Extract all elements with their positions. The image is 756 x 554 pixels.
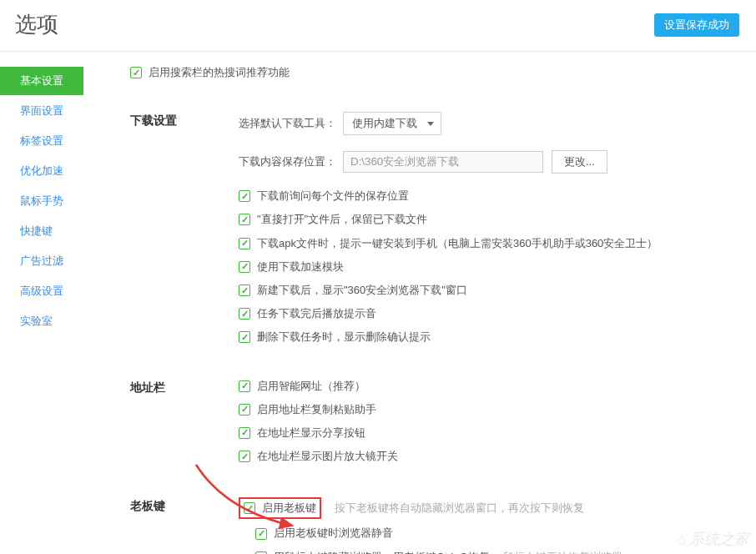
download-check-6-label: 删除下载任务时，显示删除确认提示 [257, 330, 431, 345]
download-check-3[interactable] [239, 261, 250, 273]
boss-enable-checkbox[interactable] [244, 502, 255, 514]
address-section-title: 地址栏 [130, 379, 239, 473]
download-check-2-label: 下载apk文件时，提示一键安装到手机（电脑上需安装360手机助手或360安全卫士… [257, 236, 658, 251]
sidebar-item-optimize[interactable]: 优化加速 [0, 157, 83, 185]
content-area: 启用搜索栏的热搜词推荐功能 下载设置 选择默认下载工具： 使用内建下载 下载内容… [83, 52, 756, 554]
boss-middle-label: 用鼠标中键隐藏浏览器，用老板键Ctrl+Q恢复 [274, 550, 490, 554]
boss-section-title: 老板键 [130, 497, 239, 554]
watermark: ⌂系统之家 [677, 529, 749, 549]
sidebar-item-basic[interactable]: 基本设置 [0, 67, 83, 95]
boss-middle-hint: 鼠标中键无法恢复浏览器 [503, 550, 622, 554]
address-check-1-label: 启用地址栏复制粘贴助手 [257, 402, 376, 417]
address-check-0-label: 启用智能网址（推荐） [257, 379, 365, 394]
sidebar-item-advanced[interactable]: 高级设置 [0, 277, 83, 305]
download-check-3-label: 使用下载加速模块 [257, 259, 344, 274]
sidebar-item-gestures[interactable]: 鼠标手势 [0, 187, 83, 215]
sidebar-item-tabs[interactable]: 标签设置 [0, 127, 83, 155]
boss-mute-label: 启用老板键时浏览器静音 [274, 526, 393, 541]
change-path-button[interactable]: 更改... [552, 150, 607, 174]
sidebar-item-ui[interactable]: 界面设置 [0, 97, 83, 125]
boss-mute-checkbox[interactable] [255, 528, 267, 540]
search-hotword-checkbox[interactable] [130, 67, 142, 78]
page-title: 选项 [15, 10, 58, 39]
search-hotword-label: 启用搜索栏的热搜词推荐功能 [149, 65, 290, 80]
download-check-5-label: 任务下载完后播放提示音 [257, 306, 376, 321]
download-path-label: 下载内容保存位置： [239, 154, 336, 169]
download-check-4-label: 新建下载后，显示"360安全浏览器下载"窗口 [257, 283, 467, 298]
sidebar-item-adblock[interactable]: 广告过滤 [0, 247, 83, 275]
sidebar-item-shortcuts[interactable]: 快捷键 [0, 217, 83, 245]
save-success-badge: 设置保存成功 [654, 13, 739, 37]
download-check-0-label: 下载前询问每个文件的保存位置 [257, 189, 409, 204]
address-check-2-label: 在地址栏显示分享按钮 [257, 426, 365, 441]
sidebar-item-lab[interactable]: 实验室 [0, 307, 83, 335]
address-check-0[interactable] [239, 380, 250, 392]
watermark-icon: ⌂ [677, 531, 686, 548]
boss-enable-hint: 按下老板键将自动隐藏浏览器窗口，再次按下则恢复 [335, 501, 584, 516]
sidebar: 基本设置 界面设置 标签设置 优化加速 鼠标手势 快捷键 广告过滤 高级设置 实… [0, 52, 83, 554]
download-check-0[interactable] [239, 190, 250, 202]
download-check-4[interactable] [239, 285, 250, 296]
download-check-6[interactable] [239, 331, 250, 343]
address-check-2[interactable] [239, 427, 250, 439]
address-check-3-label: 在地址栏显示图片放大镜开关 [257, 449, 398, 464]
download-path-input[interactable] [343, 151, 543, 173]
download-tool-label: 选择默认下载工具： [239, 116, 336, 131]
boss-enable-label: 启用老板键 [262, 501, 316, 516]
download-check-2[interactable] [239, 238, 250, 249]
download-check-1-label: "直接打开"文件后，保留已下载文件 [257, 212, 427, 227]
download-tool-select[interactable]: 使用内建下载 [343, 112, 441, 135]
download-section-title: 下载设置 [130, 112, 239, 353]
address-check-3[interactable] [239, 451, 250, 462]
address-check-1[interactable] [239, 404, 250, 416]
download-check-5[interactable] [239, 308, 250, 320]
download-check-1[interactable] [239, 214, 250, 225]
boss-enable-highlight: 启用老板键 [239, 497, 321, 519]
